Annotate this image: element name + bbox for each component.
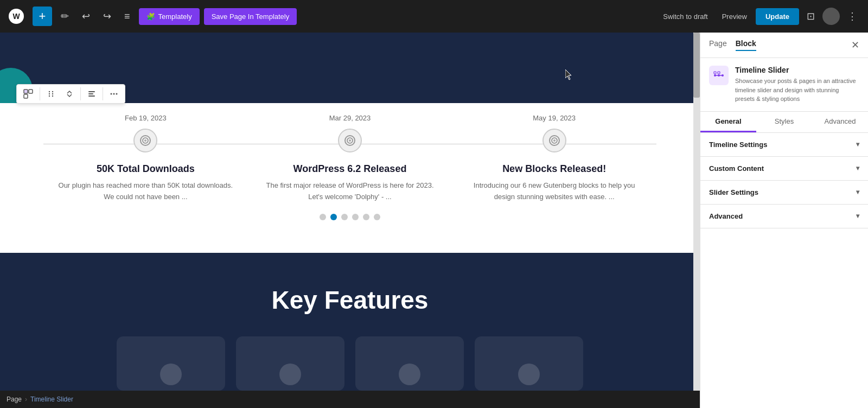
slider-dot-4[interactable]	[352, 214, 359, 220]
drag-button[interactable]	[42, 86, 60, 101]
slider-settings-header[interactable]: Slider Settings ▾	[700, 181, 868, 204]
scroll-thumb[interactable]	[693, 33, 700, 98]
feature-card-2	[236, 336, 344, 391]
breadcrumb-separator: ›	[25, 396, 27, 403]
svg-rect-9	[88, 91, 95, 92]
block-type-button[interactable]	[19, 86, 37, 102]
tab-page[interactable]: Page	[709, 39, 727, 51]
svg-point-12	[111, 93, 112, 95]
sub-tabs: General Styles Advanced	[700, 112, 868, 133]
sub-tab-general[interactable]: General	[700, 112, 756, 132]
breadcrumb-current[interactable]: Timeline Slider	[30, 396, 73, 403]
timeline-row: Feb 19, 2023 50K Total Downloads	[0, 114, 700, 203]
panel-close-button[interactable]: ✕	[851, 39, 859, 51]
sub-tab-advanced[interactable]: Advanced	[812, 112, 868, 132]
timeline-settings-chevron: ▾	[856, 141, 859, 148]
toolbar-right: Switch to draft Preview Update ⊡ ⋮	[658, 7, 861, 25]
timeline-desc-2: The first major release of WordPress is …	[259, 180, 442, 203]
canvas-area[interactable]: Feb 19, 2023 50K Total Downloads	[0, 33, 700, 408]
timeline-settings-header[interactable]: Timeline Settings ▾	[700, 133, 868, 156]
more-options-button[interactable]: ⋮	[843, 7, 861, 25]
templately-label: Templately	[158, 12, 192, 21]
slider-dot-5[interactable]	[363, 214, 369, 220]
toolbar-divider-1	[40, 87, 40, 100]
templately-button[interactable]: 🧩 Templately	[139, 8, 200, 25]
timeline-settings-label: Timeline Settings	[709, 141, 767, 149]
preview-button[interactable]: Preview	[717, 9, 752, 24]
features-grid	[22, 336, 678, 391]
panel-header: Page Block ✕	[700, 33, 868, 58]
block-desc-text: Showcase your posts & pages in an attrac…	[735, 76, 859, 104]
menu-button[interactable]: ≡	[120, 8, 135, 25]
slider-dot-1[interactable]	[320, 214, 326, 220]
advanced-section: Advanced ▾	[700, 205, 868, 228]
advanced-header[interactable]: Advanced ▾	[700, 205, 868, 228]
svg-rect-1	[29, 90, 33, 93]
block-text-info: Timeline Slider Showcase your posts & pa…	[735, 66, 859, 104]
block-name-label: Timeline Slider	[735, 66, 859, 74]
svg-point-16	[349, 139, 351, 142]
feature-card-3	[355, 336, 464, 391]
templately-icon: 🧩	[146, 12, 155, 21]
timeline-dot-3	[542, 129, 566, 152]
svg-point-6	[52, 93, 53, 94]
timeline-item-1: Feb 19, 2023 50K Total Downloads	[43, 114, 248, 203]
svg-rect-23	[718, 72, 720, 74]
slider-dot-6[interactable]	[374, 214, 380, 220]
timeline-date-2: Mar 29, 2023	[329, 114, 371, 122]
timeline-title-1: 50K Total Downloads	[54, 163, 237, 175]
add-block-button[interactable]: +	[33, 7, 52, 26]
toolbar-divider-2	[80, 87, 81, 100]
timeline-section: Feb 19, 2023 50K Total Downloads	[0, 103, 700, 253]
timeline-date-1: Feb 19, 2023	[125, 114, 167, 122]
slider-dot-3[interactable]	[341, 214, 348, 220]
svg-point-15	[144, 139, 146, 142]
svg-point-17	[553, 139, 556, 142]
svg-rect-10	[88, 93, 93, 94]
slider-settings-label: Slider Settings	[709, 188, 758, 196]
align-button[interactable]	[83, 86, 100, 101]
feature-icon-4	[518, 364, 540, 385]
side-panel: Page Block ✕ Timeline Slider Showcase yo…	[700, 33, 868, 408]
slider-dot-2[interactable]	[330, 214, 337, 220]
svg-rect-22	[714, 72, 716, 74]
svg-point-3	[49, 91, 50, 92]
wp-logo[interactable]: W	[7, 7, 26, 26]
slider-settings-section: Slider Settings ▾	[700, 181, 868, 205]
advanced-chevron: ▾	[856, 212, 859, 220]
sub-tab-styles[interactable]: Styles	[756, 112, 812, 132]
feature-card-1	[117, 336, 225, 391]
tab-block[interactable]: Block	[736, 39, 756, 51]
timeline-settings-section: Timeline Settings ▾	[700, 133, 868, 157]
custom-content-section: Custom Content ▾	[700, 157, 868, 181]
key-features-title: Key Features	[22, 285, 678, 315]
timeline-content-2: WordPress 6.2 Released The first major r…	[248, 163, 452, 203]
svg-point-14	[116, 93, 118, 95]
breadcrumb-page[interactable]: Page	[7, 396, 22, 403]
block-toolbar	[16, 84, 125, 104]
feature-icon-1	[160, 364, 182, 385]
custom-content-chevron: ▾	[856, 164, 859, 172]
key-features-section: Key Features	[0, 253, 700, 408]
timeline-dot-inner-1	[140, 135, 151, 146]
user-button[interactable]	[822, 8, 840, 25]
timeline-item-3: May 19, 2023 New Blocks Released!	[452, 114, 656, 203]
switch-draft-button[interactable]: Switch to draft	[658, 9, 713, 24]
svg-point-4	[52, 91, 53, 92]
edit-button[interactable]: ✏	[56, 7, 73, 25]
svg-rect-0	[24, 90, 28, 93]
settings-view-button[interactable]: ⊡	[802, 7, 819, 25]
custom-content-header[interactable]: Custom Content ▾	[700, 157, 868, 180]
timeline-dot-2	[338, 129, 362, 152]
feature-card-4	[475, 336, 583, 391]
redo-button[interactable]: ↪	[99, 7, 116, 25]
undo-button[interactable]: ↩	[78, 7, 94, 25]
move-up-down-button[interactable]	[61, 86, 78, 101]
scroll-track[interactable]	[693, 33, 700, 408]
update-button[interactable]: Update	[756, 8, 799, 25]
save-templately-button[interactable]: Save Page In Templately	[204, 8, 297, 25]
more-block-options-button[interactable]	[105, 86, 123, 101]
feature-icon-3	[399, 364, 420, 385]
timeline-desc-1: Our plugin has reached more than 50K tot…	[54, 180, 237, 203]
bottom-bar: Page › Timeline Slider	[0, 391, 700, 408]
